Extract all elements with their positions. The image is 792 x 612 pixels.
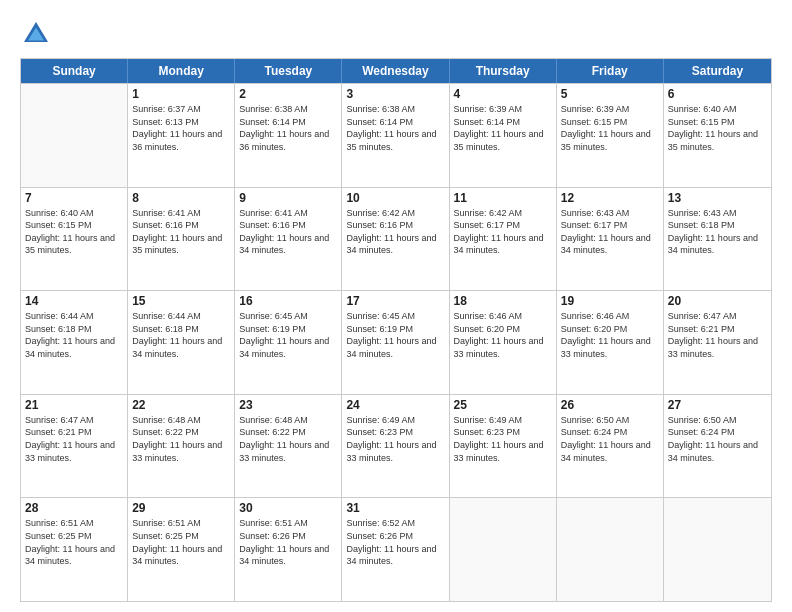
day-headers: SundayMondayTuesdayWednesdayThursdayFrid…	[21, 59, 771, 83]
cell-date: 7	[25, 191, 123, 205]
cell-info: Sunrise: 6:42 AM Sunset: 6:17 PM Dayligh…	[454, 207, 552, 257]
week-row: 14Sunrise: 6:44 AM Sunset: 6:18 PM Dayli…	[21, 290, 771, 394]
cell-info: Sunrise: 6:45 AM Sunset: 6:19 PM Dayligh…	[346, 310, 444, 360]
cell-date: 22	[132, 398, 230, 412]
day-header: Friday	[557, 59, 664, 83]
day-header: Thursday	[450, 59, 557, 83]
cell-info: Sunrise: 6:47 AM Sunset: 6:21 PM Dayligh…	[25, 414, 123, 464]
weeks: 1Sunrise: 6:37 AM Sunset: 6:13 PM Daylig…	[21, 83, 771, 601]
cell-info: Sunrise: 6:51 AM Sunset: 6:25 PM Dayligh…	[25, 517, 123, 567]
cell-info: Sunrise: 6:44 AM Sunset: 6:18 PM Dayligh…	[25, 310, 123, 360]
cell-info: Sunrise: 6:39 AM Sunset: 6:15 PM Dayligh…	[561, 103, 659, 153]
cell-info: Sunrise: 6:50 AM Sunset: 6:24 PM Dayligh…	[561, 414, 659, 464]
cell-info: Sunrise: 6:50 AM Sunset: 6:24 PM Dayligh…	[668, 414, 767, 464]
calendar-cell: 31Sunrise: 6:52 AM Sunset: 6:26 PM Dayli…	[342, 498, 449, 601]
calendar-cell: 22Sunrise: 6:48 AM Sunset: 6:22 PM Dayli…	[128, 395, 235, 498]
calendar-cell: 28Sunrise: 6:51 AM Sunset: 6:25 PM Dayli…	[21, 498, 128, 601]
calendar-cell: 29Sunrise: 6:51 AM Sunset: 6:25 PM Dayli…	[128, 498, 235, 601]
calendar-cell: 17Sunrise: 6:45 AM Sunset: 6:19 PM Dayli…	[342, 291, 449, 394]
calendar-cell: 9Sunrise: 6:41 AM Sunset: 6:16 PM Daylig…	[235, 188, 342, 291]
cell-date: 8	[132, 191, 230, 205]
cell-info: Sunrise: 6:48 AM Sunset: 6:22 PM Dayligh…	[239, 414, 337, 464]
calendar-cell: 24Sunrise: 6:49 AM Sunset: 6:23 PM Dayli…	[342, 395, 449, 498]
calendar-cell	[664, 498, 771, 601]
cell-info: Sunrise: 6:46 AM Sunset: 6:20 PM Dayligh…	[561, 310, 659, 360]
cell-date: 16	[239, 294, 337, 308]
cell-info: Sunrise: 6:49 AM Sunset: 6:23 PM Dayligh…	[346, 414, 444, 464]
week-row: 1Sunrise: 6:37 AM Sunset: 6:13 PM Daylig…	[21, 83, 771, 187]
cell-date: 11	[454, 191, 552, 205]
calendar-cell: 19Sunrise: 6:46 AM Sunset: 6:20 PM Dayli…	[557, 291, 664, 394]
cell-date: 19	[561, 294, 659, 308]
cell-date: 2	[239, 87, 337, 101]
cell-date: 29	[132, 501, 230, 515]
calendar-cell: 11Sunrise: 6:42 AM Sunset: 6:17 PM Dayli…	[450, 188, 557, 291]
cell-date: 12	[561, 191, 659, 205]
cell-date: 10	[346, 191, 444, 205]
calendar-cell: 1Sunrise: 6:37 AM Sunset: 6:13 PM Daylig…	[128, 84, 235, 187]
calendar-cell: 6Sunrise: 6:40 AM Sunset: 6:15 PM Daylig…	[664, 84, 771, 187]
header	[20, 18, 772, 50]
cell-date: 5	[561, 87, 659, 101]
day-header: Tuesday	[235, 59, 342, 83]
cell-date: 21	[25, 398, 123, 412]
calendar-cell: 21Sunrise: 6:47 AM Sunset: 6:21 PM Dayli…	[21, 395, 128, 498]
cell-date: 27	[668, 398, 767, 412]
calendar-cell: 2Sunrise: 6:38 AM Sunset: 6:14 PM Daylig…	[235, 84, 342, 187]
cell-info: Sunrise: 6:51 AM Sunset: 6:26 PM Dayligh…	[239, 517, 337, 567]
cell-info: Sunrise: 6:49 AM Sunset: 6:23 PM Dayligh…	[454, 414, 552, 464]
cell-info: Sunrise: 6:51 AM Sunset: 6:25 PM Dayligh…	[132, 517, 230, 567]
cell-info: Sunrise: 6:47 AM Sunset: 6:21 PM Dayligh…	[668, 310, 767, 360]
cell-info: Sunrise: 6:41 AM Sunset: 6:16 PM Dayligh…	[132, 207, 230, 257]
cell-info: Sunrise: 6:38 AM Sunset: 6:14 PM Dayligh…	[239, 103, 337, 153]
calendar-cell: 10Sunrise: 6:42 AM Sunset: 6:16 PM Dayli…	[342, 188, 449, 291]
cell-info: Sunrise: 6:44 AM Sunset: 6:18 PM Dayligh…	[132, 310, 230, 360]
week-row: 21Sunrise: 6:47 AM Sunset: 6:21 PM Dayli…	[21, 394, 771, 498]
calendar-cell: 26Sunrise: 6:50 AM Sunset: 6:24 PM Dayli…	[557, 395, 664, 498]
week-row: 7Sunrise: 6:40 AM Sunset: 6:15 PM Daylig…	[21, 187, 771, 291]
cell-info: Sunrise: 6:39 AM Sunset: 6:14 PM Dayligh…	[454, 103, 552, 153]
calendar-cell: 8Sunrise: 6:41 AM Sunset: 6:16 PM Daylig…	[128, 188, 235, 291]
cell-date: 30	[239, 501, 337, 515]
calendar-cell: 16Sunrise: 6:45 AM Sunset: 6:19 PM Dayli…	[235, 291, 342, 394]
calendar-cell: 27Sunrise: 6:50 AM Sunset: 6:24 PM Dayli…	[664, 395, 771, 498]
cell-date: 1	[132, 87, 230, 101]
cell-date: 9	[239, 191, 337, 205]
cell-info: Sunrise: 6:41 AM Sunset: 6:16 PM Dayligh…	[239, 207, 337, 257]
calendar-cell: 12Sunrise: 6:43 AM Sunset: 6:17 PM Dayli…	[557, 188, 664, 291]
calendar-cell: 25Sunrise: 6:49 AM Sunset: 6:23 PM Dayli…	[450, 395, 557, 498]
cell-date: 20	[668, 294, 767, 308]
calendar: SundayMondayTuesdayWednesdayThursdayFrid…	[20, 58, 772, 602]
cell-date: 31	[346, 501, 444, 515]
calendar-cell: 18Sunrise: 6:46 AM Sunset: 6:20 PM Dayli…	[450, 291, 557, 394]
calendar-cell: 7Sunrise: 6:40 AM Sunset: 6:15 PM Daylig…	[21, 188, 128, 291]
calendar-cell: 14Sunrise: 6:44 AM Sunset: 6:18 PM Dayli…	[21, 291, 128, 394]
day-header: Monday	[128, 59, 235, 83]
cell-date: 3	[346, 87, 444, 101]
calendar-cell: 15Sunrise: 6:44 AM Sunset: 6:18 PM Dayli…	[128, 291, 235, 394]
calendar-cell: 30Sunrise: 6:51 AM Sunset: 6:26 PM Dayli…	[235, 498, 342, 601]
cell-date: 15	[132, 294, 230, 308]
cell-date: 28	[25, 501, 123, 515]
calendar-cell: 23Sunrise: 6:48 AM Sunset: 6:22 PM Dayli…	[235, 395, 342, 498]
logo	[20, 18, 56, 50]
cell-info: Sunrise: 6:46 AM Sunset: 6:20 PM Dayligh…	[454, 310, 552, 360]
page: SundayMondayTuesdayWednesdayThursdayFrid…	[0, 0, 792, 612]
day-header: Saturday	[664, 59, 771, 83]
cell-info: Sunrise: 6:52 AM Sunset: 6:26 PM Dayligh…	[346, 517, 444, 567]
calendar-cell	[21, 84, 128, 187]
cell-info: Sunrise: 6:43 AM Sunset: 6:18 PM Dayligh…	[668, 207, 767, 257]
cell-date: 14	[25, 294, 123, 308]
calendar-cell: 4Sunrise: 6:39 AM Sunset: 6:14 PM Daylig…	[450, 84, 557, 187]
cell-date: 24	[346, 398, 444, 412]
cell-date: 23	[239, 398, 337, 412]
cell-date: 26	[561, 398, 659, 412]
cell-date: 18	[454, 294, 552, 308]
calendar-cell: 13Sunrise: 6:43 AM Sunset: 6:18 PM Dayli…	[664, 188, 771, 291]
cell-date: 4	[454, 87, 552, 101]
cell-date: 17	[346, 294, 444, 308]
calendar-cell: 3Sunrise: 6:38 AM Sunset: 6:14 PM Daylig…	[342, 84, 449, 187]
cell-info: Sunrise: 6:45 AM Sunset: 6:19 PM Dayligh…	[239, 310, 337, 360]
cell-info: Sunrise: 6:48 AM Sunset: 6:22 PM Dayligh…	[132, 414, 230, 464]
cell-info: Sunrise: 6:43 AM Sunset: 6:17 PM Dayligh…	[561, 207, 659, 257]
